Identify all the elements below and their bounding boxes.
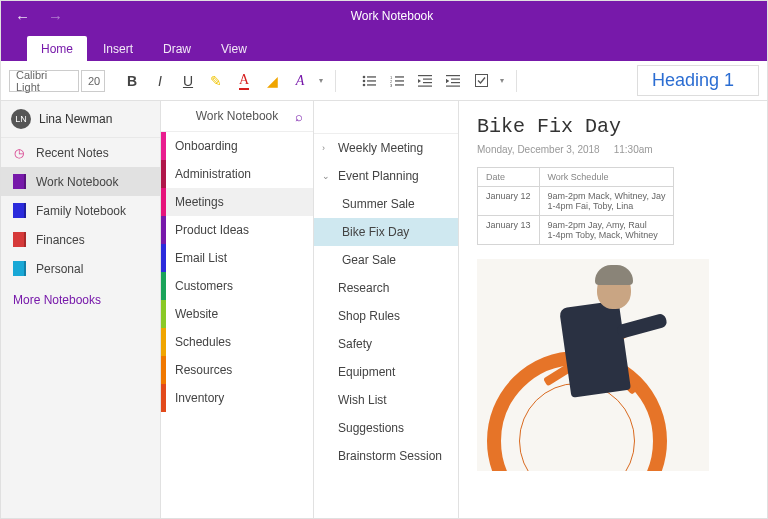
- svg-point-0: [363, 75, 366, 78]
- section-item[interactable]: Resources: [161, 356, 313, 384]
- highlighter-icon[interactable]: ✎: [203, 68, 229, 94]
- sidebar-notebook-work[interactable]: Work Notebook: [1, 167, 160, 196]
- embedded-image[interactable]: [477, 259, 709, 471]
- page-label: Shop Rules: [338, 309, 400, 323]
- page-item[interactable]: Bike Fix Day: [314, 218, 458, 246]
- section-item[interactable]: Schedules: [161, 328, 313, 356]
- page-label: Weekly Meeting: [338, 141, 423, 155]
- user-account[interactable]: LN Lina Newman: [1, 101, 160, 138]
- page-item[interactable]: Research: [314, 274, 458, 302]
- section-item[interactable]: Inventory: [161, 384, 313, 412]
- page-item[interactable]: Equipment: [314, 358, 458, 386]
- tab-insert[interactable]: Insert: [89, 36, 147, 61]
- section-item[interactable]: Meetings: [161, 188, 313, 216]
- search-icon[interactable]: ⌕: [295, 109, 303, 124]
- font-size-input[interactable]: 20: [81, 70, 105, 92]
- section-item[interactable]: Administration: [161, 160, 313, 188]
- section-item[interactable]: Email List: [161, 244, 313, 272]
- page-canvas[interactable]: Bike Fix Day Monday, December 3, 201811:…: [459, 101, 767, 518]
- numbered-list-icon[interactable]: 123: [384, 68, 410, 94]
- svg-rect-21: [13, 174, 24, 189]
- bold-button[interactable]: B: [119, 68, 145, 94]
- section-color-tab: [161, 160, 166, 188]
- tab-home[interactable]: Home: [27, 36, 87, 61]
- svg-rect-24: [24, 203, 26, 218]
- page-meta: Monday, December 3, 201811:30am: [477, 144, 749, 155]
- page-item[interactable]: Safety: [314, 330, 458, 358]
- sidebar-recent-notes[interactable]: ◷ Recent Notes: [1, 138, 160, 167]
- section-item[interactable]: Website: [161, 300, 313, 328]
- page-label: Wish List: [338, 393, 387, 407]
- page-item[interactable]: Wish List: [314, 386, 458, 414]
- italic-button[interactable]: I: [147, 68, 173, 94]
- section-color-tab: [161, 384, 166, 412]
- section-label: Product Ideas: [175, 223, 249, 237]
- section-label: Administration: [175, 167, 251, 181]
- tab-view[interactable]: View: [207, 36, 261, 61]
- svg-rect-28: [24, 261, 26, 276]
- section-color-tab: [161, 216, 166, 244]
- notebook-sidebar: LN Lina Newman ◷ Recent Notes Work Noteb…: [1, 101, 161, 518]
- svg-point-2: [363, 79, 366, 82]
- outdent-icon[interactable]: [412, 68, 438, 94]
- sidebar-notebook-personal[interactable]: Personal: [1, 254, 160, 283]
- section-color-tab: [161, 132, 166, 160]
- indent-icon[interactable]: [440, 68, 466, 94]
- page-label: Gear Sale: [342, 253, 396, 267]
- bullets-icon[interactable]: [356, 68, 382, 94]
- section-label: Onboarding: [175, 139, 238, 153]
- page-item[interactable]: Summer Sale: [314, 190, 458, 218]
- svg-rect-26: [24, 232, 26, 247]
- section-item[interactable]: Customers: [161, 272, 313, 300]
- divider: [335, 70, 336, 92]
- page-label: Research: [338, 281, 389, 295]
- section-label: Email List: [175, 251, 227, 265]
- table-row: January 139am-2pm Jay, Amy, Raul1-4pm To…: [478, 216, 674, 245]
- style-picker[interactable]: Heading 1: [637, 65, 759, 96]
- sidebar-notebook-finances[interactable]: Finances: [1, 225, 160, 254]
- nav-forward-icon[interactable]: →: [48, 8, 63, 25]
- font-name-input[interactable]: Calibri Light: [9, 70, 79, 92]
- page-item[interactable]: Suggestions: [314, 414, 458, 442]
- page-title[interactable]: Bike Fix Day: [477, 115, 749, 138]
- page-item[interactable]: Shop Rules: [314, 302, 458, 330]
- svg-rect-12: [418, 75, 432, 76]
- section-item[interactable]: Product Ideas: [161, 216, 313, 244]
- section-label: Inventory: [175, 391, 224, 405]
- page-item[interactable]: Brainstorm Session: [314, 442, 458, 470]
- section-label: Meetings: [175, 195, 224, 209]
- svg-rect-20: [475, 75, 487, 87]
- font-color-icon[interactable]: A: [231, 68, 257, 94]
- page-label: Equipment: [338, 365, 395, 379]
- todo-checkbox-icon[interactable]: [468, 68, 494, 94]
- section-item[interactable]: Onboarding: [161, 132, 313, 160]
- page-item[interactable]: Gear Sale: [314, 246, 458, 274]
- nav-back-icon[interactable]: ←: [15, 8, 30, 25]
- section-label: Website: [175, 307, 218, 321]
- page-item[interactable]: ⌄Event Planning: [314, 162, 458, 190]
- text-highlight-icon[interactable]: ◢: [259, 68, 285, 94]
- more-notebooks-link[interactable]: More Notebooks: [1, 283, 160, 317]
- svg-rect-23: [13, 203, 24, 218]
- svg-rect-15: [418, 85, 432, 86]
- user-name: Lina Newman: [39, 112, 112, 126]
- ribbon-tabs: Home Insert Draw View: [1, 31, 767, 61]
- sidebar-notebook-family[interactable]: Family Notebook: [1, 196, 160, 225]
- svg-rect-5: [367, 84, 376, 85]
- svg-rect-9: [395, 80, 404, 81]
- sections-column: Work Notebook ⌕ OnboardingAdministration…: [161, 101, 314, 518]
- page-label: Safety: [338, 337, 372, 351]
- clear-format-icon[interactable]: A: [287, 68, 313, 94]
- chevron-down-icon[interactable]: ▾: [500, 76, 504, 85]
- svg-rect-3: [367, 80, 376, 81]
- svg-point-4: [363, 83, 366, 86]
- underline-button[interactable]: U: [175, 68, 201, 94]
- tab-draw[interactable]: Draw: [149, 36, 205, 61]
- section-color-tab: [161, 328, 166, 356]
- svg-rect-17: [451, 78, 460, 79]
- chevron-icon: ›: [322, 143, 332, 153]
- chevron-down-icon[interactable]: ▾: [319, 76, 323, 85]
- page-label: Event Planning: [338, 169, 419, 183]
- page-item[interactable]: ›Weekly Meeting: [314, 134, 458, 162]
- schedule-table[interactable]: DateWork Schedule January 129am-2pm Mack…: [477, 167, 674, 245]
